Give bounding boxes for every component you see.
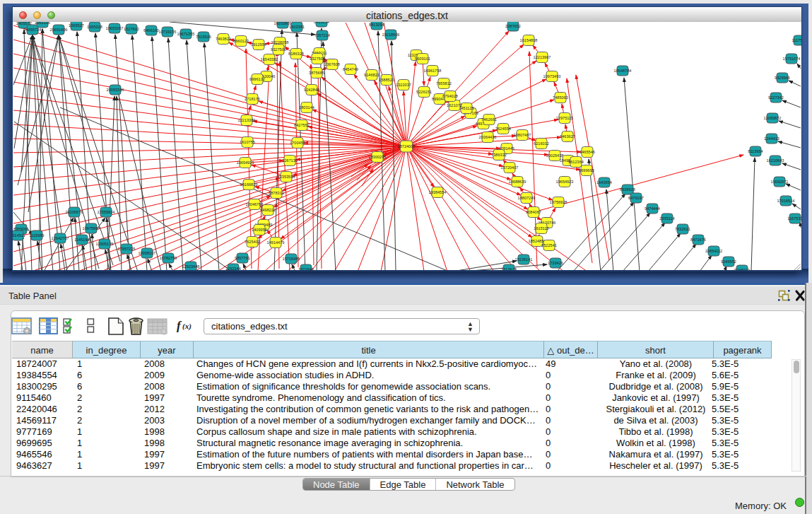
svg-text:1292344: 1292344 <box>225 267 241 270</box>
svg-text:1513613: 1513613 <box>501 267 517 270</box>
svg-text:16154808: 16154808 <box>520 38 538 42</box>
svg-text:12213389: 12213389 <box>238 118 256 122</box>
svg-text:12353594: 12353594 <box>278 175 295 179</box>
svg-text:8427552: 8427552 <box>294 123 310 127</box>
svg-text:1640954: 1640954 <box>596 180 612 185</box>
svg-text:9245652: 9245652 <box>721 259 736 264</box>
svg-text:8878312: 8878312 <box>269 191 284 195</box>
svg-text:9857791: 9857791 <box>235 256 250 260</box>
svg-text:7357224: 7357224 <box>314 33 330 37</box>
svg-text:1603381: 1603381 <box>289 25 305 29</box>
svg-text:16210643: 16210643 <box>767 158 784 163</box>
svg-text:10958107: 10958107 <box>139 251 156 255</box>
svg-text:19384554: 19384554 <box>429 190 447 194</box>
svg-text:1733426: 1733426 <box>548 261 563 265</box>
svg-text:24055724: 24055724 <box>24 28 42 32</box>
svg-text:2803144: 2803144 <box>299 105 314 110</box>
svg-text:20206576: 20206576 <box>66 210 83 214</box>
svg-text:10975867: 10975867 <box>83 226 100 230</box>
svg-text:7625402: 7625402 <box>245 240 260 244</box>
svg-text:8454749: 8454749 <box>343 67 358 71</box>
svg-text:8938928: 8938928 <box>620 187 635 192</box>
svg-text:2718176: 2718176 <box>245 97 260 101</box>
svg-text:5609101: 5609101 <box>415 57 430 61</box>
svg-text:2522541: 2522541 <box>541 243 557 247</box>
svg-text:10719155: 10719155 <box>159 30 177 34</box>
svg-text:9463627: 9463627 <box>560 134 575 139</box>
svg-text:19218506: 19218506 <box>382 33 400 37</box>
svg-text:17359924: 17359924 <box>98 210 115 214</box>
svg-text:9227342: 9227342 <box>768 95 784 100</box>
svg-text:15692971: 15692971 <box>771 180 789 184</box>
svg-text:14914479: 14914479 <box>267 240 285 245</box>
svg-text:1322037: 1322037 <box>396 83 411 87</box>
svg-text:1610755: 1610755 <box>240 140 255 144</box>
svg-text:16543382: 16543382 <box>261 57 278 62</box>
svg-text:20364436: 20364436 <box>479 135 497 139</box>
svg-text:8186328: 8186328 <box>288 52 304 56</box>
svg-text:1527602: 1527602 <box>124 27 139 31</box>
svg-text:10973493: 10973493 <box>543 74 561 78</box>
svg-text:2087652: 2087652 <box>505 24 521 28</box>
svg-text:9612364: 9612364 <box>568 160 584 164</box>
svg-text:10654923: 10654923 <box>237 160 254 165</box>
svg-text:3624554: 3624554 <box>495 127 511 131</box>
svg-text:16648784: 16648784 <box>614 69 632 73</box>
svg-text:1065527: 1065527 <box>69 23 84 28</box>
svg-text:18724007: 18724007 <box>398 144 416 148</box>
svg-text:1615112: 1615112 <box>534 226 548 230</box>
svg-text:12975115: 12975115 <box>556 116 573 120</box>
svg-text:20691406: 20691406 <box>50 28 68 32</box>
svg-text:9146821: 9146821 <box>364 73 379 77</box>
svg-text:19166829: 19166829 <box>240 182 258 187</box>
svg-text:10025438: 10025438 <box>546 153 564 158</box>
svg-text:8113954: 8113954 <box>748 149 763 153</box>
svg-text:15751074: 15751074 <box>783 57 801 61</box>
svg-text:9327508: 9327508 <box>310 57 325 61</box>
svg-text:19654923: 19654923 <box>556 180 574 184</box>
svg-text:6216012: 6216012 <box>534 141 549 146</box>
svg-text:7463822: 7463822 <box>216 37 231 41</box>
svg-text:7515526: 7515526 <box>196 35 211 39</box>
svg-text:6479197: 6479197 <box>628 196 644 200</box>
svg-text:8471676: 8471676 <box>690 238 706 242</box>
svg-text:16961758: 16961758 <box>424 69 442 73</box>
svg-text:15716485: 15716485 <box>283 257 300 261</box>
svg-text:6466160: 6466160 <box>143 28 159 33</box>
svg-text:18300295: 18300295 <box>369 155 387 159</box>
svg-text:9084067: 9084067 <box>526 210 541 214</box>
svg-text:1409950: 1409950 <box>252 228 267 232</box>
svg-text:1145194: 1145194 <box>74 238 89 242</box>
svg-text:3267130: 3267130 <box>282 158 298 163</box>
svg-text:9245012: 9245012 <box>734 268 750 270</box>
svg-text:10688639: 10688639 <box>509 180 526 184</box>
svg-text:f: f <box>177 319 182 332</box>
svg-text:6794028: 6794028 <box>442 94 458 98</box>
svg-text:7462661: 7462661 <box>481 117 497 122</box>
svg-text:10807487: 10807487 <box>514 133 531 137</box>
svg-text:15720407: 15720407 <box>501 165 519 170</box>
svg-text:10654112: 10654112 <box>705 249 722 253</box>
svg-text:1117533: 1117533 <box>792 38 801 42</box>
svg-text:9699695: 9699695 <box>579 168 594 173</box>
svg-text:7485063: 7485063 <box>553 95 568 100</box>
svg-text:1244413: 1244413 <box>764 136 779 141</box>
svg-text:1671648: 1671648 <box>298 267 314 270</box>
svg-text:12093872: 12093872 <box>764 116 782 120</box>
svg-text:9465546: 9465546 <box>579 150 595 154</box>
svg-text:15136141: 15136141 <box>515 257 533 262</box>
svg-text:1621072: 1621072 <box>447 103 462 107</box>
svg-text:8813054: 8813054 <box>369 23 384 27</box>
svg-text:8413054: 8413054 <box>314 22 329 24</box>
svg-text:16671355: 16671355 <box>177 32 195 36</box>
svg-text:1065326: 1065326 <box>35 22 50 25</box>
svg-text:3875685: 3875685 <box>309 71 324 75</box>
svg-text:12923448: 12923448 <box>182 264 200 269</box>
svg-text:19756928: 19756928 <box>550 200 567 204</box>
svg-text:20053346: 20053346 <box>107 88 124 92</box>
svg-text:(x): (x) <box>182 322 192 331</box>
svg-text:17957225: 17957225 <box>118 247 136 251</box>
svg-text:9327506: 9327506 <box>271 47 286 52</box>
svg-text:10046786: 10046786 <box>246 202 264 206</box>
svg-text:9242848: 9242848 <box>304 88 319 92</box>
